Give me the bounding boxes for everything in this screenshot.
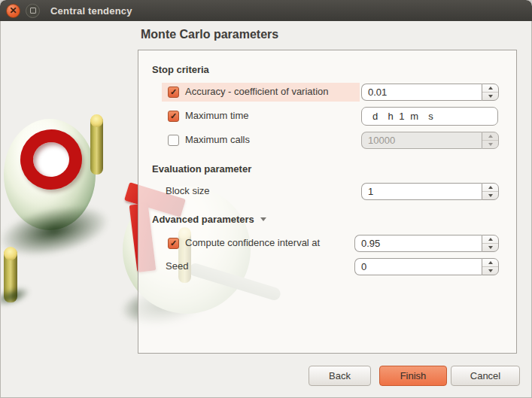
- window-title: Central tendency: [50, 5, 132, 17]
- restore-icon: [30, 8, 36, 14]
- letter-o-art: [17, 126, 86, 194]
- spin-down-button[interactable]: [482, 243, 498, 251]
- spin-up-button[interactable]: [482, 259, 498, 266]
- advanced-heading-label: Advanced parameters: [152, 214, 254, 225]
- close-button[interactable]: ✕: [6, 4, 20, 18]
- finish-button[interactable]: Finish: [379, 366, 447, 386]
- block-size-spinbox: [361, 183, 499, 200]
- section-heading-advanced[interactable]: Advanced parameters: [152, 214, 266, 225]
- titlebar[interactable]: ✕ Central tendency: [0, 0, 532, 21]
- spin-down-button[interactable]: [482, 92, 498, 100]
- max-calls-label: Maximum calls: [185, 134, 250, 145]
- accuracy-row: Accuracy - coefficient of variation: [138, 83, 516, 102]
- max-time-checkbox[interactable]: [168, 111, 179, 122]
- spin-down-icon: [488, 194, 493, 197]
- spin-up-button[interactable]: [482, 235, 498, 243]
- confidence-spinbox: [354, 235, 499, 252]
- restore-button[interactable]: [26, 4, 40, 18]
- spin-down-button[interactable]: [482, 191, 498, 199]
- accuracy-label: Accuracy - coefficient of variation: [185, 86, 329, 97]
- seed-spinbox: [354, 258, 499, 275]
- section-heading-stop-criteria: Stop criteria: [152, 64, 209, 75]
- confidence-label: Compute confidence interval at: [185, 237, 320, 248]
- spin-up-button: [482, 132, 498, 140]
- confidence-input[interactable]: [354, 235, 482, 252]
- spin-up-button[interactable]: [482, 84, 498, 92]
- max-time-row: Maximum time: [138, 107, 516, 126]
- confidence-row: Compute confidence interval at: [138, 234, 516, 253]
- central-tendency-window: ✕ Central tendency Mo: [0, 0, 532, 398]
- spin-down-icon: [488, 269, 493, 272]
- spin-up-icon: [488, 261, 493, 264]
- spin-up-icon: [488, 186, 493, 189]
- chevron-down-icon[interactable]: [260, 217, 266, 221]
- confidence-checkbox[interactable]: [168, 238, 179, 249]
- back-button[interactable]: Back: [309, 366, 371, 386]
- window-body: Monte Carlo parameters Stop criteria Acc…: [0, 21, 532, 398]
- spin-up-icon: [488, 135, 493, 138]
- spin-up-icon: [488, 238, 493, 241]
- section-heading-evaluation: Evaluation parameter: [152, 163, 251, 175]
- spin-up-icon: [488, 87, 493, 90]
- block-size-spin-buttons: [482, 183, 499, 200]
- spin-down-icon: [488, 143, 493, 146]
- spin-down-button[interactable]: [482, 266, 498, 275]
- block-size-row: Block size: [138, 182, 516, 201]
- seed-row: Seed: [138, 257, 516, 276]
- parameters-panel: Stop criteria Accuracy - coefficient of …: [138, 50, 517, 354]
- max-calls-spinbox: [361, 132, 499, 149]
- accuracy-spinbox: [361, 84, 499, 101]
- seed-label: Seed: [166, 260, 188, 272]
- spin-down-button: [482, 140, 498, 148]
- pin-knob-art: [4, 247, 17, 260]
- pin-knob-art: [90, 114, 103, 127]
- spin-down-icon: [488, 95, 493, 98]
- cancel-button[interactable]: Cancel: [451, 366, 520, 386]
- max-time-input[interactable]: [361, 107, 498, 126]
- max-calls-input: [361, 132, 482, 149]
- seed-spin-buttons: [482, 258, 499, 275]
- max-calls-checkbox[interactable]: [168, 135, 179, 146]
- accuracy-spin-buttons: [482, 84, 499, 101]
- seed-input[interactable]: [354, 258, 482, 275]
- accuracy-checkbox[interactable]: [168, 87, 179, 98]
- block-size-input[interactable]: [361, 183, 482, 200]
- accuracy-input[interactable]: [361, 84, 482, 101]
- page-title: Monte Carlo parameters: [141, 28, 278, 41]
- spin-up-button[interactable]: [482, 184, 498, 191]
- max-calls-spin-buttons: [482, 132, 499, 149]
- max-time-label: Maximum time: [185, 110, 249, 121]
- block-size-label: Block size: [166, 185, 210, 196]
- spin-down-icon: [488, 246, 493, 249]
- close-icon: ✕: [9, 6, 17, 15]
- confidence-spin-buttons: [482, 235, 499, 252]
- max-calls-row: Maximum calls: [138, 131, 516, 150]
